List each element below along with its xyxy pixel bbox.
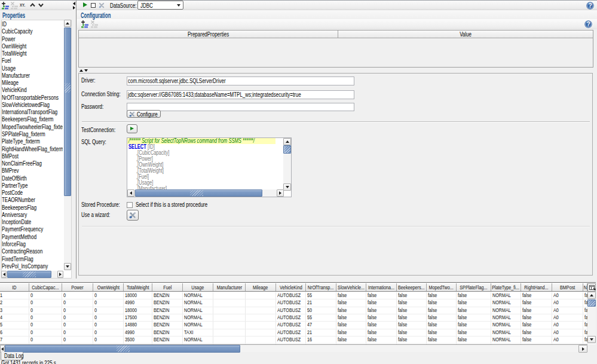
svg-text:?: ? — [588, 2, 592, 9]
svg-text:?: ? — [586, 21, 590, 27]
